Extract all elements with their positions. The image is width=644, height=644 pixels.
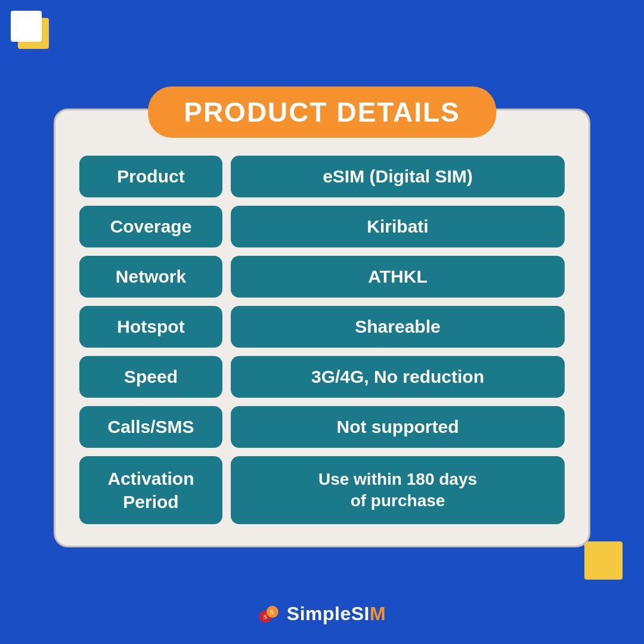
svg-text:S: S	[264, 613, 267, 620]
label-network: Network	[79, 256, 222, 298]
value-calls-sms: Not supported	[231, 406, 565, 448]
label-coverage: Coverage	[79, 206, 222, 247]
svg-text:S: S	[270, 608, 274, 615]
simplesim-logo-icon: S S	[258, 603, 280, 625]
product-details-card: PRODUCT DETAILS Product eSIM (Digital SI…	[54, 109, 590, 547]
table-row: Speed 3G/4G, No reduction	[79, 356, 565, 398]
value-coverage: Kiribati	[231, 206, 565, 247]
card-title: PRODUCT DETAILS	[184, 97, 460, 128]
table-row: Coverage Kiribati	[79, 206, 565, 247]
details-table: Product eSIM (Digital SIM) Coverage Kiri…	[79, 156, 565, 524]
title-badge: PRODUCT DETAILS	[148, 86, 496, 138]
value-network: ATHKL	[231, 256, 565, 298]
value-product: eSIM (Digital SIM)	[231, 156, 565, 197]
label-speed: Speed	[79, 356, 222, 398]
label-activation-period: ActivationPeriod	[79, 456, 222, 524]
table-row: Hotspot Shareable	[79, 306, 565, 348]
corner-decoration-top-left	[11, 11, 54, 54]
table-row: Calls/SMS Not supported	[79, 406, 565, 448]
table-row: Product eSIM (Digital SIM)	[79, 156, 565, 197]
brand-name: SimpleSIM	[287, 603, 386, 625]
footer-brand: S S SimpleSIM	[258, 603, 386, 625]
label-hotspot: Hotspot	[79, 306, 222, 348]
value-activation-period: Use within 180 daysof purchase	[231, 456, 565, 524]
value-hotspot: Shareable	[231, 306, 565, 348]
corner-decoration-bottom-right	[584, 541, 627, 584]
value-speed: 3G/4G, No reduction	[231, 356, 565, 398]
table-row: ActivationPeriod Use within 180 daysof p…	[79, 456, 565, 524]
label-product: Product	[79, 156, 222, 197]
table-row: Network ATHKL	[79, 256, 565, 298]
label-calls-sms: Calls/SMS	[79, 406, 222, 448]
